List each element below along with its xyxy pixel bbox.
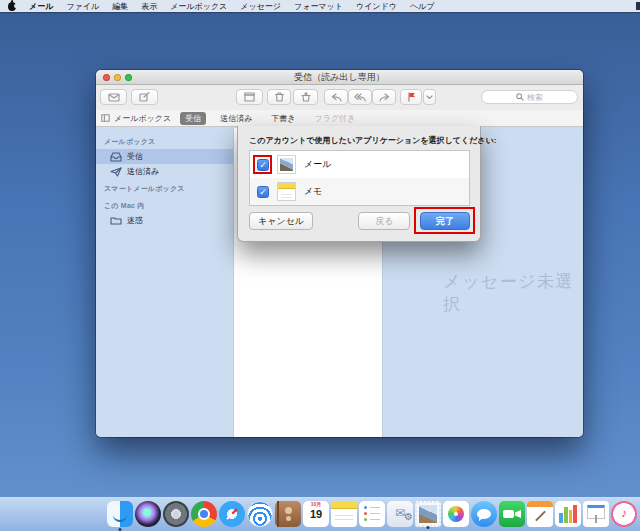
dock-messages-icon[interactable] [471,501,497,527]
dock-launchpad-icon[interactable] [163,501,189,527]
sidebar-section-on-mac: この Mac 内 [96,196,233,213]
reply-all-button[interactable] [348,89,372,105]
compose-button[interactable] [131,89,158,105]
inbox-icon [110,152,122,162]
dock-mail-settings-icon[interactable]: ✉ [387,501,413,527]
no-message-selected-text: メッセージ未選択 [443,270,583,316]
flag-icon [407,92,416,102]
mail-checkbox[interactable] [257,159,269,171]
mail-app-icon [277,155,296,174]
archive-box-icon [244,92,255,102]
sidebar-section-mailboxes: メールボックス [96,132,233,149]
calendar-month-text: 10月 [303,501,329,508]
paper-plane-icon [110,167,122,177]
menu-status-icon[interactable] [636,2,640,10]
junk-icon [301,92,311,102]
menu-item-file[interactable]: ファイル [66,1,99,12]
sidebar-item-junk[interactable]: 迷惑 [96,213,233,228]
forward-arrow-icon [379,93,390,102]
dock-airport-utility-icon[interactable] [247,501,273,527]
menu-item-mailbox[interactable]: メールボックス [170,1,227,12]
sidebar: メールボックス 受信 送信済み スマートメールボックス この Mac 内 [96,128,233,437]
dock: 10月 19 ✉ ♪ [0,497,640,531]
account-apps-dialog: このアカウントで使用したいアプリケーションを選択してください: メール メモ キ… [237,126,481,242]
mailboxes-label: メールボックス [114,113,171,124]
dock-mail-icon[interactable] [415,501,441,527]
mail-app-label: メール [304,158,331,171]
dock-photos-icon[interactable] [443,501,469,527]
menu-bar: メール ファイル 編集 表示 メールボックス メッセージ フォーマット ウインド… [0,0,640,12]
close-window-button[interactable] [103,74,110,81]
envelope-icon [108,93,120,102]
reply-arrow-icon [331,93,342,102]
menu-item-view[interactable]: 表示 [141,1,157,12]
sidebar-item-sent[interactable]: 送信済み [96,164,233,179]
dock-itunes-icon[interactable]: ♪ [611,501,637,527]
sidebar-section-smart: スマートメールボックス [96,179,233,196]
menu-item-window[interactable]: ウインドウ [356,1,397,12]
archive-button[interactable] [236,89,263,105]
dock-numbers-icon[interactable] [555,501,581,527]
dock-calendar-icon[interactable]: 10月 19 [303,501,329,527]
menu-item-help[interactable]: ヘルプ [410,1,435,12]
minimize-window-button[interactable] [114,74,121,81]
menu-item-edit[interactable]: 編集 [112,1,128,12]
favorites-bar: メールボックス 受信 送信済み 下書き フラグ付き [96,110,583,127]
app-selection-list: メール メモ [249,150,470,206]
compose-icon [139,92,150,102]
favorites-tab-flagged[interactable]: フラグ付き [310,112,361,125]
reply-button[interactable] [324,89,348,105]
title-bar[interactable]: 受信（読み出し専用） [96,70,583,85]
running-indicator [427,526,430,529]
junk-button[interactable] [293,89,318,105]
notes-app-icon [277,182,296,201]
favorites-tab-sent[interactable]: 送信済み [215,112,257,125]
search-icon [516,93,524,101]
search-placeholder: 検索 [527,92,543,103]
list-item-mail[interactable]: メール [250,151,469,178]
trash-icon [275,92,284,102]
flag-button[interactable] [400,89,422,105]
notes-app-label: メモ [304,185,322,198]
search-input[interactable]: 検索 [481,90,578,104]
favorites-tab-inbox[interactable]: 受信 [180,112,206,125]
list-item-notes[interactable]: メモ [250,178,469,205]
forward-button[interactable] [372,89,396,105]
notes-checkbox[interactable] [257,186,269,198]
dock-pages-icon[interactable] [527,501,553,527]
menu-item-mail[interactable]: メール [29,1,53,12]
dock-reminders-icon[interactable] [359,501,385,527]
chevron-down-icon [426,95,433,100]
reply-all-arrow-icon [354,93,366,102]
get-mail-button[interactable] [100,89,127,105]
dock-keynote-icon[interactable] [583,501,609,527]
dock-notes-icon[interactable] [331,501,357,527]
dock-contacts-icon[interactable] [275,501,301,527]
flag-menu-button[interactable] [423,89,436,105]
zoom-window-button[interactable] [125,74,132,81]
menu-item-format[interactable]: フォーマット [294,1,343,12]
calendar-day-text: 19 [303,508,329,520]
favorites-tab-drafts[interactable]: 下書き [266,112,300,125]
apple-menu-icon[interactable] [8,2,16,11]
done-button[interactable]: 完了 [420,212,470,230]
sidebar-item-inbox[interactable]: 受信 [96,149,233,164]
mailboxes-toggle[interactable]: メールボックス [101,113,171,124]
desktop: メール ファイル 編集 表示 メールボックス メッセージ フォーマット ウインド… [0,0,640,531]
dock-chrome-icon[interactable] [191,501,217,527]
cancel-button[interactable]: キャンセル [249,212,313,230]
folder-icon [110,216,122,225]
dock-facetime-icon[interactable] [499,501,525,527]
back-button[interactable]: 戻る [358,212,410,230]
dialog-message: このアカウントで使用したいアプリケーションを選択してください: [238,126,480,146]
dock-safari-icon[interactable] [219,501,245,527]
sidebar-panel-icon [101,114,110,122]
delete-button[interactable] [267,89,291,105]
menu-item-message[interactable]: メッセージ [240,1,281,12]
dock-finder-icon[interactable] [107,501,133,527]
dock-siri-icon[interactable] [135,501,161,527]
toolbar: 検索 [96,85,583,110]
window-title: 受信（読み出し専用） [96,70,583,84]
